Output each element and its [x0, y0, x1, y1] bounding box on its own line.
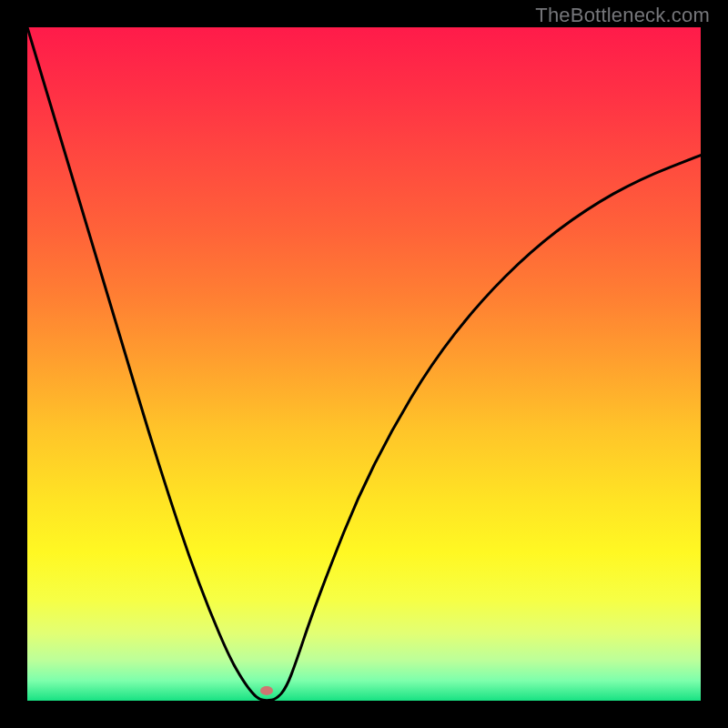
chart-frame: TheBottleneck.com [0, 0, 728, 728]
plot-area [27, 27, 701, 701]
v-curve [27, 27, 701, 701]
minimum-marker [260, 686, 273, 695]
watermark-text: TheBottleneck.com [535, 4, 710, 27]
